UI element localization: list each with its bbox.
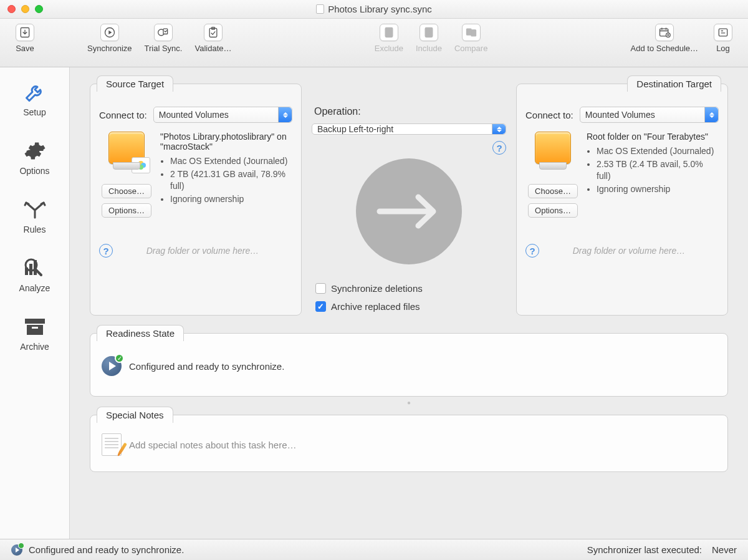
play-icon <box>100 24 119 41</box>
archive-replaced-row[interactable]: Archive replaced files <box>315 301 420 312</box>
svg-rect-19 <box>32 327 38 329</box>
save-label: Save <box>16 44 34 53</box>
compare-icon <box>462 24 481 41</box>
source-name: "Photos Library.photoslibrary" on "macro… <box>160 132 292 152</box>
status-last-executed-value: Never <box>712 544 737 555</box>
validate-button[interactable]: Validate… <box>188 24 237 53</box>
document-icon <box>316 4 324 14</box>
wrench-icon <box>22 81 47 104</box>
archive-box-icon <box>22 316 47 338</box>
destination-stat-fs: Mac OS Extended (Journaled) <box>597 145 719 157</box>
validate-icon <box>204 24 223 41</box>
destination-tab-label: Destination Target <box>627 75 721 92</box>
sidebar-analyze-label: Analyze <box>19 283 50 293</box>
svg-point-20 <box>136 163 141 168</box>
destination-options-button[interactable]: Options… <box>528 203 578 218</box>
titlebar: Photos Library sync.sync <box>0 0 748 19</box>
sidebar-options-label: Options <box>19 166 49 176</box>
include-label: Include <box>416 44 442 53</box>
svg-rect-9 <box>471 30 476 36</box>
source-tab-label: Source Target <box>97 75 173 92</box>
toolbar: Save Synchronize Trial Sync. Validate… E… <box>0 19 748 67</box>
source-help-icon[interactable]: ? <box>99 244 113 258</box>
validate-label: Validate… <box>194 44 231 53</box>
resize-grip-icon[interactable]: ● <box>90 399 728 406</box>
readiness-tab-label: Readiness State <box>97 325 184 341</box>
log-icon <box>714 24 732 41</box>
sidebar-archive-label: Archive <box>20 342 49 352</box>
chevron-updown-icon <box>704 107 718 122</box>
operation-direction-icon <box>356 158 462 264</box>
destination-connect-value: Mounted Volumes <box>585 110 655 120</box>
archive-replaced-label: Archive replaced files <box>331 301 420 312</box>
destination-connect-select[interactable]: Mounted Volumes <box>580 107 719 123</box>
sidebar-item-setup[interactable]: Setup <box>0 79 69 120</box>
log-button[interactable]: Log <box>704 24 742 53</box>
add-to-schedule-button[interactable]: Add to Schedule… <box>625 24 704 53</box>
synchronize-label: Synchronize <box>87 44 132 53</box>
split-arrows-icon <box>22 198 47 221</box>
operation-help-icon[interactable]: ? <box>492 141 506 155</box>
window-title-text: Photos Library sync.sync <box>328 4 432 14</box>
status-bar: Configured and ready to synchronize. Syn… <box>0 539 748 560</box>
notes-placeholder[interactable]: Add special notes about this task here… <box>129 440 297 450</box>
chevron-updown-icon <box>492 124 506 134</box>
source-connect-select[interactable]: Mounted Volumes <box>153 107 292 123</box>
source-drive-icon <box>108 132 145 164</box>
svg-point-23 <box>138 165 143 170</box>
exclude-label: Exclude <box>375 44 403 53</box>
sidebar-item-options[interactable]: Options <box>0 137 69 178</box>
source-choose-button[interactable]: Choose… <box>102 184 151 198</box>
source-options-button[interactable]: Options… <box>102 203 151 218</box>
status-check-icon <box>18 543 24 549</box>
sidebar-setup-label: Setup <box>23 107 46 117</box>
content-area: Source Target Connect to: Mounted Volume… <box>70 67 748 539</box>
synchronize-button[interactable]: Synchronize <box>81 24 138 53</box>
source-connect-value: Mounted Volumes <box>159 110 229 120</box>
gear-icon <box>22 140 47 162</box>
sync-deletions-checkbox[interactable] <box>315 283 326 294</box>
notes-tab-label: Special Notes <box>97 407 173 423</box>
archive-replaced-checkbox[interactable] <box>315 301 326 312</box>
destination-choose-button[interactable]: Choose… <box>528 184 578 198</box>
log-label: Log <box>716 44 730 53</box>
compare-button: Compare <box>448 24 494 53</box>
destination-stats: Mac OS Extended (Journaled) 2.53 TB (2.4… <box>587 145 719 195</box>
ready-check-icon <box>115 354 124 363</box>
operation-label: Operation: <box>314 106 361 117</box>
destination-connect-label: Connect to: <box>525 110 573 120</box>
source-connect-label: Connect to: <box>99 110 147 120</box>
chevron-updown-icon <box>278 107 292 122</box>
operation-select[interactable]: Backup Left-to-right <box>312 123 506 135</box>
schedule-icon <box>655 24 674 41</box>
source-stat-ownership: Ignoring ownership <box>170 193 292 205</box>
exclude-button: Exclude <box>368 24 410 53</box>
sync-deletions-label: Synchronize deletions <box>331 283 423 294</box>
svg-rect-12 <box>719 29 727 36</box>
destination-name: Root folder on "Four Terabytes" <box>587 132 719 142</box>
trial-sync-button[interactable]: Trial Sync. <box>138 24 189 53</box>
readiness-text: Configured and ready to synchronize. <box>129 361 284 372</box>
destination-drop-hint: Drag folder or volume here… <box>539 246 719 256</box>
source-stat-fs: Mac OS Extended (Journaled) <box>170 155 292 167</box>
operation-column: Operation: Backup Left-to-right ? Synchr… <box>307 84 511 316</box>
sync-deletions-row[interactable]: Synchronize deletions <box>315 283 423 294</box>
source-stat-size: 2 TB (421.31 GB avail, 78.9% full) <box>170 168 292 192</box>
sidebar-item-rules[interactable]: Rules <box>0 196 69 237</box>
source-stats: Mac OS Extended (Journaled) 2 TB (421.31… <box>160 155 292 205</box>
ready-play-icon <box>102 356 122 376</box>
svg-rect-14 <box>29 264 32 275</box>
compare-label: Compare <box>454 44 487 53</box>
save-button[interactable]: Save <box>6 24 44 53</box>
svg-rect-17 <box>25 319 45 324</box>
svg-rect-18 <box>27 325 43 335</box>
sidebar-item-analyze[interactable]: Analyze <box>0 254 69 296</box>
special-notes-panel: Special Notes Add special notes about th… <box>90 415 728 472</box>
status-last-executed-label: Synchronizer last executed: <box>587 544 702 555</box>
status-play-icon <box>11 544 22 556</box>
destination-help-icon[interactable]: ? <box>525 244 539 258</box>
operation-value: Backup Left-to-right <box>317 124 393 134</box>
source-drop-hint: Drag folder or volume here… <box>113 246 292 256</box>
sidebar-item-archive[interactable]: Archive <box>0 313 69 354</box>
save-icon <box>16 24 34 41</box>
